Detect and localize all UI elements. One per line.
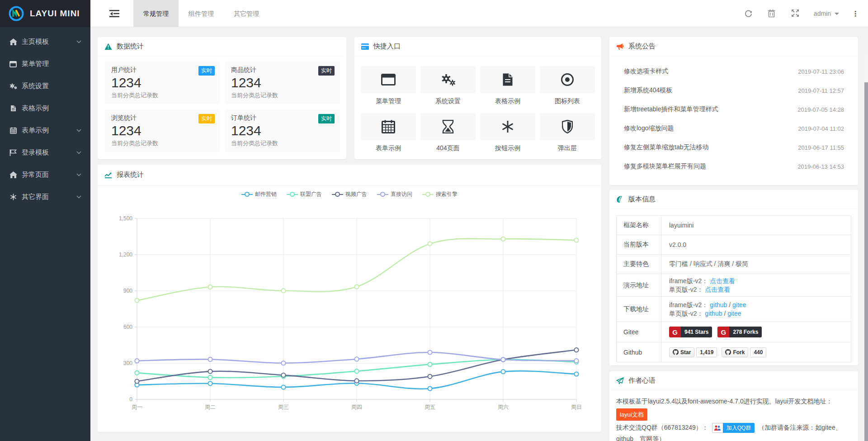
tab-组件管理[interactable]: 组件管理 [179,0,224,27]
layui-doc-badge[interactable]: layui文档 [616,408,647,421]
sidebar-item-异常页面[interactable]: 异常页面 [0,164,90,186]
panel-announcements-header: 系统公告 [609,37,858,56]
github-icon [725,349,733,355]
quick-entry-label: 菜单管理 [361,97,416,105]
author-line-2: 技术交流QQ群（667813249）： 加入QQ群 （加群请备注来源：如gite… [616,422,851,441]
panel-version-info: 版本信息 框架名称layuimini当前版本v2.0.0主要特色零门槛 / 响应… [609,190,858,365]
announcement-item[interactable]: 新增系统404模板2019-07-11 12:57 [609,81,858,100]
data-point [281,361,285,365]
quick-entry-表单示例[interactable]: 表单示例 [361,113,416,152]
bullhorn-icon [616,43,624,50]
announcement-item[interactable]: 新增treetable插件和菜单管理样式2019-07-05 14:28 [609,100,858,119]
announcement-date: 2019-07-11 23:06 [798,68,844,75]
gitee-icon: G [717,327,729,337]
sidebar-item-主页模板[interactable]: 主页模板 [0,31,90,53]
sidebar-item-菜单管理[interactable]: 菜单管理 [0,53,90,75]
link-github[interactable]: github [705,310,722,317]
link-gitee[interactable]: gitee [727,310,741,317]
sidebar-menu: 主页模板菜单管理系统设置表格示例表单示例登录模板异常页面其它界面 [0,27,90,208]
version-value: layuimini [669,222,851,229]
quick-entry-box[interactable] [540,66,595,93]
warning-icon [104,43,112,50]
svg-text:周四: 周四 [351,404,362,410]
calendar-icon [382,120,395,133]
announcement-list: 修改选项卡样式2019-07-11 23:06新增系统404模板2019-07-… [609,56,858,176]
quick-entry-box[interactable] [420,66,476,93]
quick-entry-box[interactable] [480,66,535,93]
data-point [281,373,285,377]
quick-entry-系统设置[interactable]: 系统设置 [420,66,476,105]
quick-entry-label: 按钮示例 [480,144,535,152]
fullscreen-icon[interactable] [791,9,800,18]
quick-entry-404页面[interactable]: 404页面 [420,113,476,152]
clear-cache-icon[interactable] [768,9,777,18]
data-point [135,299,139,303]
announcement-item[interactable]: 修改选项卡样式2019-07-11 23:06 [609,62,858,81]
link-gitee[interactable]: gitee [732,301,746,308]
asterisk-icon [9,194,17,201]
refresh-icon[interactable] [744,9,753,18]
tab-其它管理[interactable]: 其它管理 [224,0,269,27]
quick-entry-label: 系统设置 [420,97,476,105]
link-点击查看[interactable]: 点击查看 [710,277,735,285]
sidebar-item-登录模板[interactable]: 登录模板 [0,142,90,164]
quick-entry-box[interactable] [420,113,476,140]
quick-entry-label: 弹出层 [540,144,595,152]
announcement-date: 2019-07-11 12:57 [798,87,844,94]
user-menu[interactable]: admin [814,10,839,17]
quick-entry-label: 图标列表 [540,97,595,105]
github-badge[interactable]: Fork440 [722,347,766,357]
scrollbar[interactable] [864,54,868,441]
quick-entry-box[interactable] [361,113,416,140]
svg-text:600: 600 [123,324,132,330]
quick-entry-label: 表单示例 [361,144,416,152]
data-point [208,381,212,385]
quick-entry-按钮示例[interactable]: 按钮示例 [480,113,535,152]
announcement-item[interactable]: 修复左侧菜单缩放tab无法移动2019-06-17 11:55 [609,138,858,157]
stat-value: 1234 [111,75,214,91]
logo: LAYUI MINI [0,0,90,27]
announcement-date: 2019-06-17 11:55 [798,144,844,151]
version-label: 当前版本 [617,235,661,254]
data-point [574,359,578,363]
announcement-item[interactable]: 修复多模块菜单栏展开有问题2019-06-13 14:53 [609,157,858,176]
join-qq-group-badge[interactable]: 加入QQ群 [712,423,755,433]
username: admin [814,10,831,17]
svg-text:1,500: 1,500 [119,215,132,222]
stat-desc: 当前分类总记录数 [111,91,214,100]
announcement-item[interactable]: 修改logo缩放问题2019-07-04 11:02 [609,119,858,138]
scrollbar-thumb[interactable] [864,82,868,441]
announcement-text: 新增treetable插件和菜单管理样式 [624,105,718,114]
chevron-down-icon [76,40,81,43]
quick-entry-box[interactable] [480,113,535,140]
gitee-badge[interactable]: G941 Stars [669,327,712,337]
sidebar-item-表单示例[interactable]: 表单示例 [0,119,90,142]
stat-card-订单统计: 订单统计1234当前分类总记录数实时 [225,109,340,152]
panel-quick-entry-header: 快捷入口 [354,37,601,56]
more-menu-icon[interactable]: ⋮ [852,9,859,18]
quick-entry-弹出层[interactable]: 弹出层 [540,113,595,152]
flag-icon [9,149,17,156]
sidebar-item-系统设置[interactable]: 系统设置 [0,75,90,97]
sidebar-item-其它界面[interactable]: 其它界面 [0,186,90,208]
github-badge[interactable]: Star1,419 [669,347,717,357]
quick-entry-box[interactable] [361,66,416,93]
svg-text:周六: 周六 [498,404,509,410]
tab-常规管理[interactable]: 常规管理 [133,0,179,27]
version-label: 框架名称 [617,216,661,235]
svg-text:周二: 周二 [205,404,216,410]
sidebar-item-表格示例[interactable]: 表格示例 [0,97,90,119]
quick-entry-图标列表[interactable]: 图标列表 [540,66,595,105]
link-github[interactable]: github [710,301,727,308]
panel-title: 数据统计 [117,42,144,51]
menu-collapse-icon[interactable] [109,9,119,18]
chevron-down-icon [76,173,81,176]
quick-entry-菜单管理[interactable]: 菜单管理 [361,66,416,105]
paper-plane-icon [616,377,624,384]
sidebar: LAYUI MINI 主页模板菜单管理系统设置表格示例表单示例登录模板异常页面其… [0,0,90,441]
link-点击查看[interactable]: 点击查看 [705,286,730,293]
gitee-badge[interactable]: G278 Forks [717,327,762,337]
panel-data-stats: 数据统计 用户统计1234当前分类总记录数实时商品统计1234当前分类总记录数实… [98,37,346,159]
quick-entry-表格示例[interactable]: 表格示例 [480,66,535,105]
quick-entry-box[interactable] [540,113,595,140]
